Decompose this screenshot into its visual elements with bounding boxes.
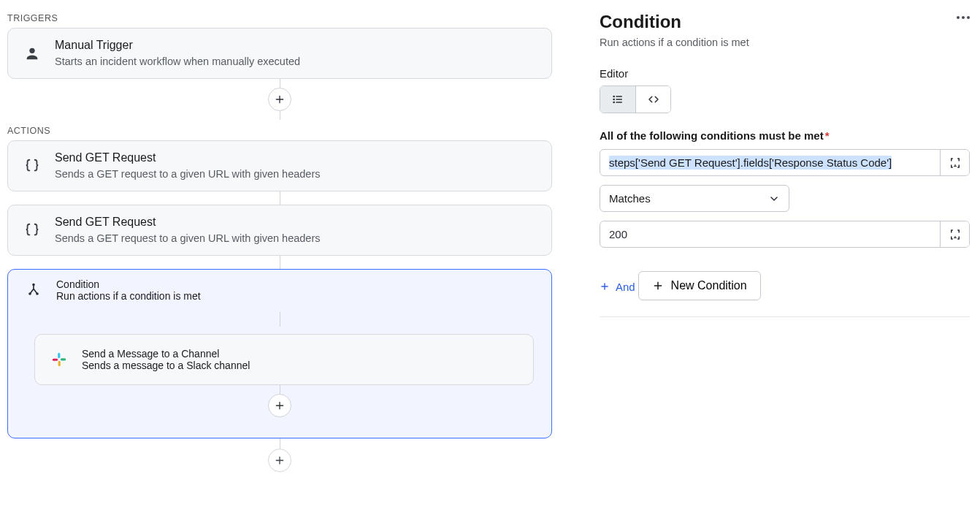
conditions-label: All of the following conditions must be …	[600, 129, 970, 142]
condition-title: Condition	[56, 278, 201, 290]
svg-point-9	[613, 99, 614, 99]
svg-rect-6	[58, 361, 61, 366]
editor-mode-list-button[interactable]	[600, 86, 635, 113]
nested-action-subtitle: Sends a message to a Slack channel	[82, 360, 250, 371]
details-panel: Condition Run actions if a condition is …	[589, 0, 980, 532]
new-condition-button[interactable]: New Condition	[638, 271, 761, 300]
expression-token: steps['Send GET Request'].fields['Respon…	[600, 150, 940, 175]
condition-value-field[interactable]	[600, 221, 970, 248]
editor-label: Editor	[600, 67, 970, 80]
add-step-button[interactable]	[268, 449, 291, 472]
svg-point-1	[33, 284, 34, 286]
add-and-condition-button[interactable]: And	[600, 281, 635, 293]
slack-icon	[47, 352, 72, 368]
operator-select[interactable]: Matches	[600, 185, 789, 212]
brackets-icon	[20, 222, 45, 238]
svg-point-10	[613, 102, 614, 102]
workflow-canvas: TRIGGERS Manual Trigger Starts an incide…	[0, 0, 589, 532]
branch-icon	[21, 283, 46, 297]
trigger-node-manual[interactable]: Manual Trigger Starts an incident workfl…	[7, 28, 552, 79]
svg-point-2	[29, 293, 31, 294]
condition-subtitle: Run actions if a condition is met	[56, 290, 201, 302]
svg-rect-7	[53, 359, 58, 361]
svg-point-0	[29, 48, 34, 53]
action-title: Send GET Request	[55, 214, 321, 230]
divider	[600, 316, 970, 317]
action-subtitle: Sends a GET request to a given URL with …	[55, 232, 321, 246]
svg-point-8	[613, 96, 614, 96]
connector	[7, 438, 552, 472]
editor-mode-code-button[interactable]	[635, 86, 670, 113]
panel-title: Condition	[600, 12, 681, 32]
more-menu-button[interactable]	[957, 12, 970, 19]
chevron-down-icon	[768, 193, 780, 205]
connector	[17, 385, 543, 417]
action-node-get-request-2[interactable]: Send GET Request Sends a GET request to …	[7, 205, 552, 256]
actions-section-label: ACTIONS	[7, 126, 581, 136]
connector	[7, 191, 552, 205]
condition-node[interactable]: Condition Run actions if a condition is …	[7, 269, 552, 438]
value-input[interactable]	[600, 221, 940, 247]
action-node-get-request-1[interactable]: Send GET Request Sends a GET request to …	[7, 140, 552, 191]
trigger-subtitle: Starts an incident workflow when manuall…	[55, 55, 300, 69]
action-title: Send GET Request	[55, 150, 321, 166]
add-step-button[interactable]	[268, 88, 291, 111]
add-nested-step-button[interactable]	[268, 394, 291, 417]
trigger-title: Manual Trigger	[55, 37, 300, 53]
connector	[7, 256, 552, 269]
triggers-section-label: TRIGGERS	[7, 13, 581, 23]
editor-mode-toggle	[600, 86, 671, 113]
panel-subtitle: Run actions if a condition is met	[600, 37, 970, 48]
nested-action-title: Send a Message to a Channel	[82, 348, 250, 360]
connector	[7, 79, 552, 120]
nested-action-slack[interactable]: Send a Message to a Channel Sends a mess…	[34, 334, 534, 385]
brackets-icon	[20, 158, 45, 174]
svg-rect-4	[58, 353, 60, 358]
connector	[17, 312, 543, 327]
expression-picker-icon[interactable]	[940, 150, 969, 175]
action-subtitle: Sends a GET request to a given URL with …	[55, 167, 321, 182]
value-picker-icon[interactable]	[940, 221, 969, 247]
svg-point-3	[37, 293, 38, 294]
operator-value: Matches	[609, 192, 651, 205]
svg-rect-5	[61, 358, 66, 360]
person-icon	[20, 45, 45, 61]
condition-expression-field[interactable]: steps['Send GET Request'].fields['Respon…	[600, 149, 970, 176]
